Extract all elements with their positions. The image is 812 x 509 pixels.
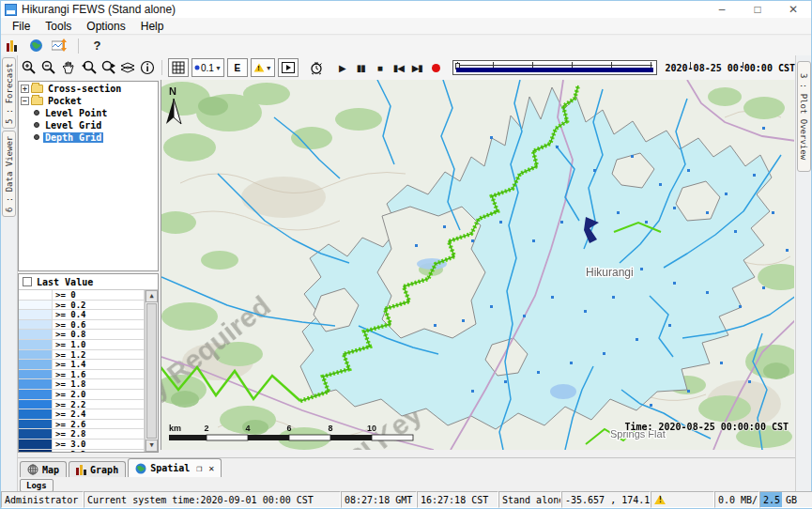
help-button[interactable]: ? <box>89 39 105 54</box>
database-icon[interactable] <box>5 39 21 54</box>
pan-hand-icon[interactable] <box>60 59 77 76</box>
record-button[interactable] <box>432 64 440 72</box>
legend-row: >= 2.8 <box>19 429 145 440</box>
tree-item-label: Level Grid <box>43 120 103 131</box>
node-bullet-icon <box>34 122 39 128</box>
last-value-checkbox[interactable] <box>23 277 32 286</box>
step-forward-button[interactable]: ▶▮ <box>409 63 425 73</box>
tree-item-level-grid[interactable]: Level Grid <box>32 119 158 131</box>
map-view[interactable]: API Key Required API Key Required <box>161 80 794 450</box>
legend-row: >= 2.0 <box>19 390 145 400</box>
zoom-next-icon[interactable] <box>100 59 116 76</box>
pause-button[interactable]: ▮▮ <box>353 63 369 73</box>
tab-plot-overview[interactable]: 3 : Plot Overview <box>797 61 811 172</box>
tab-map[interactable]: Map <box>20 461 67 477</box>
tree-item-label-selected: Depth Grid <box>43 132 103 143</box>
tab-graph[interactable]: Graph <box>69 461 126 477</box>
close-button[interactable]: ✕ <box>775 1 811 18</box>
zoom-out-icon[interactable] <box>40 59 57 76</box>
status-warning[interactable] <box>651 491 714 508</box>
time-slider[interactable] <box>452 60 657 75</box>
info-icon[interactable] <box>139 59 156 76</box>
legend-rows: >= 0 >= 0.2 >= 0.4 >= 0.6 >= 0.8 >= 1.0 … <box>19 290 145 452</box>
svg-text:2: 2 <box>204 424 208 433</box>
legend-row: >= 1.6 <box>19 370 145 380</box>
stop-button[interactable]: ■ <box>372 63 388 73</box>
app-logo-icon <box>5 4 17 16</box>
warning-icon <box>654 495 666 504</box>
map-display-icon[interactable] <box>28 39 44 54</box>
tree-item-cross-section[interactable]: + Cross-section <box>19 83 158 94</box>
grid-toggle-button[interactable] <box>168 58 189 77</box>
tree-item-pocket[interactable]: − Pocket <box>19 95 158 106</box>
legend-row: >= 0.8 <box>19 330 145 340</box>
menu-tools[interactable]: Tools <box>38 19 78 34</box>
legend-row: >= 0.6 <box>19 320 145 331</box>
svg-text:km: km <box>169 424 181 433</box>
data-viewer-panel: + Cross-section − Pocket Level Point Lev… <box>18 80 160 455</box>
logs-button[interactable]: Logs <box>20 479 54 492</box>
legend-panel: Last Value >= 0 >= 0.2 >= 0.4 >= 0.6 >= … <box>18 273 159 453</box>
filter-tree: + Cross-section − Pocket Level Point Lev… <box>18 81 159 271</box>
expand-icon[interactable]: + <box>21 85 29 93</box>
scrollbar-thumb[interactable] <box>146 303 157 439</box>
tab-spatial[interactable]: Spatial ❐ ✕ <box>128 458 222 477</box>
threshold-dropdown[interactable]: 0.1 ▼ <box>192 58 224 77</box>
zoom-in-icon[interactable] <box>21 59 38 76</box>
tab-data-viewer[interactable]: 6 : Data Viewer <box>2 131 16 217</box>
status-network-rate: 0.0 MB/s <box>714 491 759 508</box>
legend-scrollbar[interactable]: ▲ ▼ <box>145 290 158 452</box>
animation-panel-button[interactable] <box>278 58 299 77</box>
scroll-down-icon[interactable]: ▼ <box>146 440 158 452</box>
legend-header: Last Value <box>19 274 158 290</box>
status-gmt-time: 08:27:18 GMT <box>341 491 417 508</box>
status-system-time: Current system time:2020-09-01 00:00 CST <box>84 491 341 508</box>
play-button[interactable]: ▶ <box>334 63 350 73</box>
tree-item-level-point[interactable]: Level Point <box>32 107 158 118</box>
time-slider-range <box>456 68 653 72</box>
legend-row: >= 3.0 <box>19 440 145 450</box>
tab-map-label: Map <box>42 465 59 475</box>
legend-row: >= 1.0 <box>19 340 145 350</box>
node-bullet-icon <box>34 134 39 140</box>
menu-options[interactable]: Options <box>80 19 131 34</box>
scale-bar: km 2 4 6 8 10 <box>169 424 413 440</box>
tree-item-depth-grid[interactable]: Depth Grid <box>32 131 158 143</box>
title-bar: Hikurangi FEWS (Stand alone) – □ ✕ <box>1 1 811 18</box>
legend-row: >= 2.6 <box>19 420 145 430</box>
chevron-down-icon: ▼ <box>215 65 222 71</box>
tab-forecast[interactable]: 5 : Forecast <box>2 57 16 129</box>
legend-swatch <box>19 290 53 300</box>
warning-dropdown[interactable]: ▼ <box>251 58 275 77</box>
map-canvas[interactable]: API Key Required API Key Required <box>161 80 794 450</box>
legend-row: >= 1.4 <box>19 360 145 370</box>
zoom-previous-icon[interactable] <box>80 59 97 76</box>
scroll-up-icon[interactable]: ▲ <box>146 290 158 302</box>
svg-text:6: 6 <box>286 424 291 433</box>
menu-help[interactable]: Help <box>134 19 171 34</box>
tab-close-icon[interactable]: ✕ <box>208 463 214 473</box>
label-toggle-button[interactable]: E <box>227 58 248 77</box>
legend-row: >= 0.2 <box>19 301 145 311</box>
tree-item-label: Level Point <box>43 108 109 118</box>
maximize-button[interactable]: □ <box>740 1 775 18</box>
tree-item-label: Cross-section <box>46 84 123 94</box>
tree-item-label: Pocket <box>46 96 84 106</box>
step-back-button[interactable]: ▮◀ <box>391 63 406 73</box>
minimize-button[interactable]: – <box>704 1 740 18</box>
svg-text:N: N <box>169 85 176 97</box>
legend-row: >= 1.8 <box>19 379 145 390</box>
globe-icon <box>135 463 146 474</box>
collapse-icon[interactable]: − <box>21 97 29 105</box>
left-tab-strip: 5 : Forecast 6 : Data Viewer <box>1 55 18 508</box>
tab-graph-label: Graph <box>90 465 118 475</box>
tab-maximize-icon[interactable]: ❐ <box>196 463 202 473</box>
stopwatch-icon[interactable] <box>309 59 326 76</box>
chevron-down-icon: ▼ <box>266 65 272 71</box>
svg-text:4: 4 <box>245 424 250 433</box>
layers-icon[interactable] <box>119 59 136 76</box>
label-hikurangi: Hikurangi <box>586 266 634 279</box>
folder-icon <box>31 97 43 105</box>
menu-file[interactable]: File <box>6 19 37 34</box>
timeseries-import-icon[interactable] <box>52 39 68 54</box>
